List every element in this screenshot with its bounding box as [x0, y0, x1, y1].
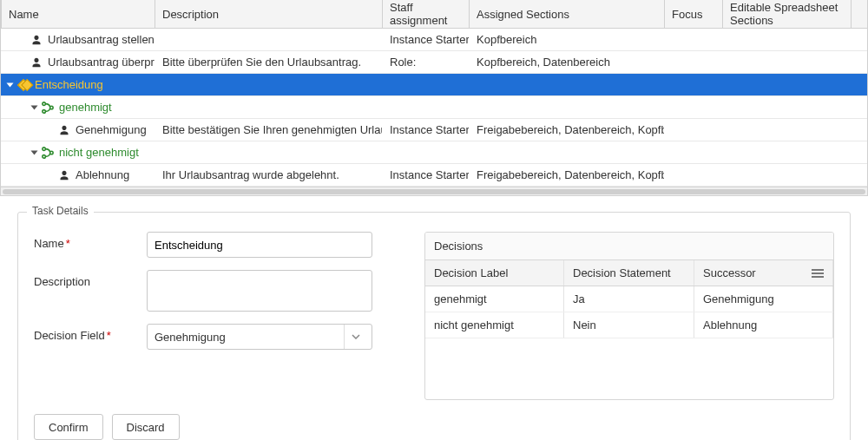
cell-editable — [723, 51, 852, 73]
cell-editable — [723, 119, 852, 141]
cell-editable — [723, 96, 852, 118]
cell-editable — [723, 141, 852, 163]
decision-field-value: Genehmigung — [155, 331, 226, 344]
decisions-header: Decision Label Decision Statement Succes… — [425, 260, 833, 286]
cell-focus — [665, 74, 723, 95]
svg-point-0 — [43, 102, 46, 105]
cell-description — [155, 141, 383, 163]
cell-focus — [665, 119, 723, 141]
expand-icon[interactable] — [31, 105, 38, 109]
task-details-panel: Task Details Name* Description Decision … — [17, 212, 851, 440]
col-header-name[interactable]: Name — [1, 0, 155, 28]
cell-sections: Kopfbereich, Datenbereich — [470, 51, 665, 73]
col-header-description[interactable]: Description — [155, 0, 383, 28]
grid-row[interactable]: genehmigt — [1, 96, 867, 119]
menu-icon[interactable] — [812, 269, 824, 278]
cell-staff: Instance Starter — [383, 164, 470, 186]
cell-sections: Freigabebereich, Datenbereich, Kopfberei… — [470, 164, 665, 186]
dec-col-successor[interactable]: Successor — [694, 260, 833, 286]
person-icon — [30, 34, 43, 46]
row-name: Urlaubsantrag überprüf — [48, 56, 155, 69]
col-header-editable[interactable]: Editable Spreadsheet Sections — [723, 0, 852, 28]
decisions-table: Decisions Decision Label Decision Statem… — [424, 232, 834, 400]
col-header-sections[interactable]: Assigned Sections — [470, 0, 665, 28]
row-name: Genehmigung — [76, 123, 147, 136]
decision-field-label: Decision Field* — [34, 324, 147, 342]
svg-point-1 — [43, 109, 46, 113]
person-icon — [30, 56, 43, 69]
branch-icon — [42, 102, 54, 114]
decision-row[interactable]: nicht genehmigtNeinAblehnung — [425, 312, 833, 338]
cell-staff — [383, 96, 470, 118]
branch-icon — [42, 147, 54, 159]
grid-row[interactable]: GenehmigungBitte bestätigen Sie Ihren ge… — [1, 119, 867, 141]
name-input[interactable] — [147, 232, 372, 258]
dec-col-statement[interactable]: Decision Statement — [564, 260, 694, 286]
svg-point-4 — [43, 154, 46, 158]
dec-col-label[interactable]: Decision Label — [425, 260, 564, 286]
grid-row[interactable]: Urlaubsantrag stellenInstance StarterKop… — [1, 29, 867, 51]
cell-focus — [665, 29, 723, 50]
cell-staff: Role: — [383, 51, 470, 73]
cell-description: Bitte bestätigen Sie Ihren genehmigten U… — [155, 119, 383, 141]
decision-icon — [15, 76, 32, 94]
cell-description — [155, 29, 383, 50]
dec-statement: Nein — [564, 312, 694, 338]
cell-description — [155, 74, 383, 95]
col-header-staff[interactable]: Staff assignment — [383, 0, 470, 28]
cell-staff: Instance Starter — [383, 119, 470, 141]
chevron-down-icon[interactable] — [344, 325, 366, 349]
name-label: Name* — [34, 232, 147, 250]
cell-sections — [470, 96, 665, 118]
decision-row[interactable]: genehmigtJaGenehmigung — [425, 286, 833, 312]
grid-header: Name Description Staff assignment Assign… — [1, 0, 867, 29]
expand-icon[interactable] — [7, 82, 14, 87]
row-name: genehmigt — [59, 101, 112, 114]
cell-description — [155, 96, 383, 118]
dec-statement: Ja — [564, 286, 694, 312]
dec-successor: Genehmigung — [694, 286, 833, 312]
description-textarea[interactable] — [147, 270, 372, 312]
cell-sections — [470, 141, 665, 163]
cell-focus — [665, 96, 723, 118]
cell-staff — [383, 74, 470, 95]
cell-focus — [665, 164, 723, 186]
dec-successor: Ablehnung — [694, 312, 833, 338]
dec-label: genehmigt — [425, 286, 564, 312]
row-name: nicht genehmigt — [59, 146, 139, 159]
cell-focus — [665, 141, 723, 163]
decision-field-combo[interactable]: Genehmigung — [147, 324, 372, 350]
scroll-thumb[interactable] — [3, 189, 865, 194]
cell-editable — [723, 29, 852, 50]
confirm-button[interactable]: Confirm — [34, 414, 103, 440]
grid-row[interactable]: nicht genehmigt — [1, 141, 867, 164]
grid-row[interactable]: AblehnungIhr Urlaubsantrag wurde abgeleh… — [1, 164, 867, 187]
grid-row[interactable]: Entscheidung — [1, 74, 867, 96]
grid-row[interactable]: Urlaubsantrag überprüfBitte überprüfen S… — [1, 51, 867, 74]
cell-sections — [470, 74, 665, 95]
cell-sections: Freigabebereich, Datenbereich, Kopfberei… — [470, 119, 665, 141]
dec-label: nicht genehmigt — [425, 312, 564, 338]
decisions-title: Decisions — [425, 233, 833, 260]
row-name: Ablehnung — [76, 168, 129, 181]
form-column: Name* Description Decision Field* Genehm… — [34, 232, 398, 400]
cell-description: Bitte überprüfen Sie den Urlaubsantrag. — [155, 51, 383, 73]
cell-staff: Instance Starter — [383, 29, 470, 50]
cell-editable — [723, 164, 852, 186]
description-label: Description — [34, 270, 147, 288]
panel-title: Task Details — [27, 205, 94, 217]
cell-staff — [383, 141, 470, 163]
grid-body: Urlaubsantrag stellenInstance StarterKop… — [1, 29, 867, 187]
person-icon — [58, 169, 70, 181]
cell-sections: Kopfbereich — [470, 29, 665, 50]
horizontal-scrollbar[interactable] — [1, 187, 867, 195]
expand-icon[interactable] — [31, 150, 38, 154]
row-name: Entscheidung — [35, 78, 103, 91]
task-tree-grid[interactable]: Name Description Staff assignment Assign… — [0, 0, 868, 196]
cell-editable — [723, 74, 852, 95]
col-header-focus[interactable]: Focus — [665, 0, 723, 28]
cell-focus — [665, 51, 723, 73]
discard-button[interactable]: Discard — [112, 414, 180, 440]
cell-description: Ihr Urlaubsantrag wurde abgelehnt. — [155, 164, 383, 186]
person-icon — [58, 124, 70, 136]
